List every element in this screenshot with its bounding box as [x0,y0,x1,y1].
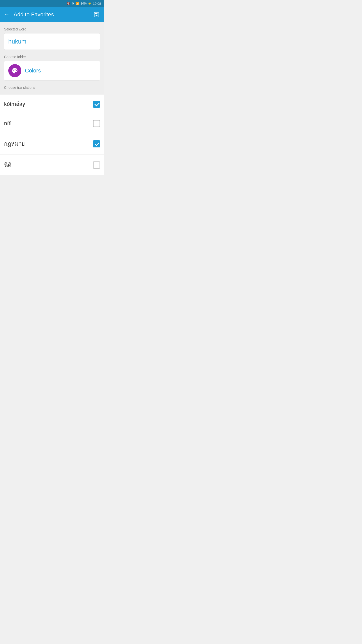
translation-item-2[interactable]: nítì [0,114,104,133]
mute-icon: 🔇 [66,2,70,5]
status-bar: 🔇 ⚙ 📶 34% ⚡ 19:08 [0,0,104,7]
choose-folder-label: Choose folder [4,55,100,59]
save-icon [93,11,100,18]
selected-word-label: Selected word [4,27,100,31]
bluetooth-icon: ⚙ [71,2,74,5]
translation-text-3: กฎหมาย [4,139,25,148]
translation-text-2: nítì [4,120,12,127]
signal-icon: 📶 [75,2,79,5]
folder-name: Colors [25,67,41,74]
battery-icon: ⚡ [88,2,92,5]
save-button[interactable] [93,11,100,18]
translation-checkbox-2[interactable] [93,120,100,127]
translation-text-1: kòtmǎay [4,101,25,107]
translation-checkbox-3[interactable] [93,140,100,147]
back-button[interactable]: ← [4,11,10,18]
choose-translations-label: Choose translations [4,86,100,91]
status-time: 19:08 [93,2,101,6]
translation-checkbox-1[interactable] [93,101,100,108]
folder-icon-circle [8,64,21,77]
app-bar: ← Add to Favorites [0,7,104,22]
translation-item-4[interactable]: นิติ [0,154,104,175]
translation-checkbox-4[interactable] [93,162,100,169]
status-icons: 🔇 ⚙ 📶 34% ⚡ 19:08 [66,2,101,6]
translation-text-4: นิติ [4,160,11,169]
palette-icon [11,67,18,74]
selected-word-value: hukum [8,38,26,45]
translation-item-3[interactable]: กฎหมาย [0,133,104,154]
selected-word-field: hukum [4,33,100,50]
translations-list: kòtmǎay nítì กฎหมาย นิติ [0,95,104,175]
page-title: Add to Favorites [14,11,54,18]
folder-selector[interactable]: Colors [4,61,100,80]
app-bar-left: ← Add to Favorites [4,11,54,18]
back-arrow-icon: ← [4,11,10,18]
content-area: Selected word hukum Choose folder Colors… [0,22,104,95]
battery-level: 34% [80,2,86,5]
translation-item-1[interactable]: kòtmǎay [0,95,104,114]
